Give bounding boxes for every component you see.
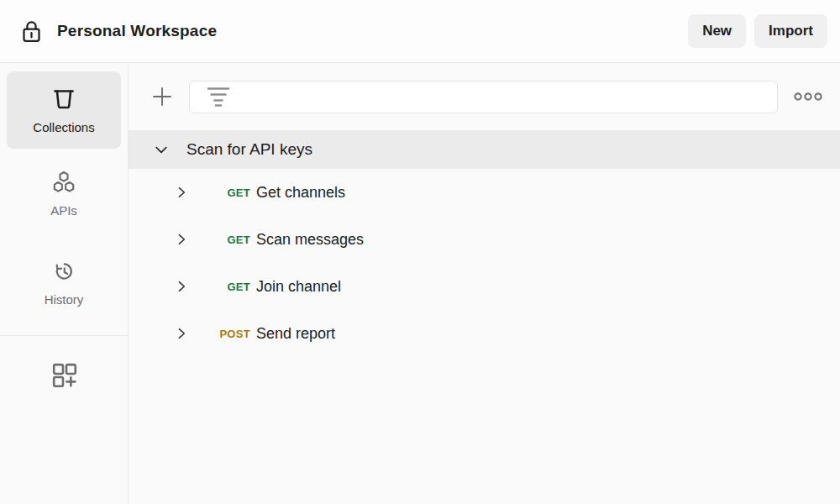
collections-icon xyxy=(50,84,78,113)
history-icon xyxy=(50,258,77,285)
method-badge: POST xyxy=(188,328,250,340)
request-row[interactable]: GET Scan messages xyxy=(129,216,840,263)
more-options-icon[interactable] xyxy=(793,91,823,102)
filter-icon xyxy=(206,84,231,109)
chevron-right-icon[interactable] xyxy=(175,233,188,246)
workspace-title: Personal Workspace xyxy=(57,22,217,40)
new-button[interactable]: New xyxy=(688,14,746,48)
chevron-down-icon[interactable] xyxy=(153,141,170,158)
sidebar-item-label: Collections xyxy=(33,120,94,134)
sidebar-divider xyxy=(0,335,128,336)
chevron-right-icon[interactable] xyxy=(175,327,188,340)
import-button[interactable]: Import xyxy=(754,14,827,48)
collection-name: Scan for API keys xyxy=(186,140,312,159)
sidebar-item-label: History xyxy=(45,292,84,307)
collections-pane: Scan for API keys GET Get channels GET S… xyxy=(129,63,840,504)
method-badge: GET xyxy=(188,281,250,293)
apis-icon xyxy=(50,169,77,196)
request-row[interactable]: GET Join channel xyxy=(129,263,840,310)
sidebar-item-collections[interactable]: Collections xyxy=(7,71,121,149)
left-rail: Collections APIs History xyxy=(0,63,129,504)
chevron-right-icon[interactable] xyxy=(175,186,188,199)
request-row[interactable]: POST Send report xyxy=(129,310,840,357)
new-tab-button[interactable] xyxy=(0,360,128,391)
workspace-header: Personal Workspace New Import xyxy=(0,0,840,63)
filter-input-box[interactable] xyxy=(189,81,778,113)
request-row[interactable]: GET Get channels xyxy=(129,169,840,216)
lock-icon xyxy=(20,18,43,45)
grid-plus-icon xyxy=(49,360,80,391)
request-name: Join channel xyxy=(256,278,341,296)
method-badge: GET xyxy=(188,234,250,246)
sidebar-item-label: APIs xyxy=(50,203,77,218)
collection-row[interactable]: Scan for API keys xyxy=(129,130,840,169)
sidebar-item-apis[interactable]: APIs xyxy=(0,169,128,218)
request-name: Get channels xyxy=(256,184,345,202)
sidebar-item-history[interactable]: History xyxy=(0,258,128,307)
search-input[interactable] xyxy=(241,89,777,104)
add-collection-button[interactable] xyxy=(150,84,175,109)
collections-toolbar xyxy=(129,63,840,130)
request-name: Send report xyxy=(256,325,335,343)
request-name: Scan messages xyxy=(256,231,364,249)
method-badge: GET xyxy=(188,186,250,199)
chevron-right-icon[interactable] xyxy=(175,280,188,293)
app-body: Collections APIs History xyxy=(0,63,840,504)
